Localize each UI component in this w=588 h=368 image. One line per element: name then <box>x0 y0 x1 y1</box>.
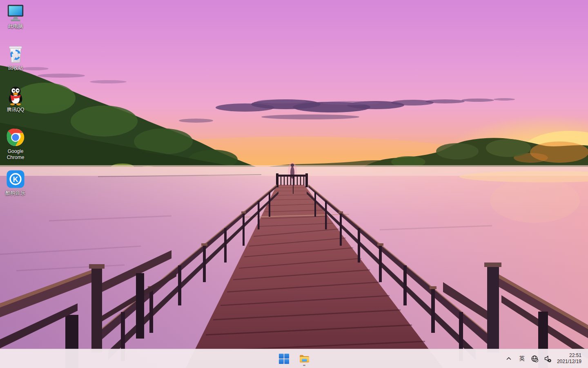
desktop-icon-label: 回收站 <box>8 65 23 71</box>
running-app-indicator <box>303 365 305 366</box>
desktop-icon-label: Google Chrome <box>0 148 31 160</box>
desktop-icon-recycle-bin[interactable]: 回收站 <box>0 44 31 71</box>
network-status-button[interactable] <box>529 350 541 367</box>
desktop-icon-this-pc[interactable]: 此电脑 <box>0 2 31 29</box>
taskbar-clock[interactable]: 22:51 2021/12/19 <box>555 352 583 365</box>
input-method-indicator[interactable]: 英 <box>516 350 528 367</box>
start-button[interactable] <box>276 350 292 367</box>
system-tray: 英 22:51 2021/12/19 <box>503 349 588 368</box>
desktop-icon-label: 酷狗音乐 <box>6 190 25 196</box>
qq-penguin-icon <box>6 86 25 105</box>
clock-time: 22:51 <box>557 352 581 359</box>
windows-logo-icon <box>279 354 289 364</box>
desktop-icon-tencent-qq[interactable]: 腾讯QQ <box>0 86 31 113</box>
globe-no-internet-icon <box>531 355 539 363</box>
tray-overflow-button[interactable] <box>503 350 514 367</box>
recycle-bin-icon <box>6 44 25 64</box>
kugou-icon: K <box>6 169 25 189</box>
volume-muted-button[interactable] <box>542 350 554 367</box>
desktop-icon-google-chrome[interactable]: Google Chrome <box>0 128 31 160</box>
desktop-icon-kugou-music[interactable]: K 酷狗音乐 <box>0 169 31 196</box>
file-explorer-button[interactable] <box>296 350 312 367</box>
svg-text:K: K <box>13 175 18 184</box>
desktop: 此电脑 回收站 <box>0 0 588 368</box>
this-pc-icon <box>6 2 25 22</box>
wallpaper-sunset-pier <box>0 0 588 368</box>
file-explorer-icon <box>299 353 310 364</box>
desktop-icon-label: 腾讯QQ <box>7 107 24 113</box>
taskbar: 英 22:51 2021/12/19 <box>0 349 588 368</box>
desktop-icon-label: 此电脑 <box>8 23 23 29</box>
speaker-muted-icon <box>544 355 552 363</box>
clock-date: 2021/12/19 <box>557 359 581 365</box>
chevron-up-icon <box>506 356 512 361</box>
taskbar-center-icons <box>0 349 588 368</box>
chrome-icon <box>6 128 25 147</box>
